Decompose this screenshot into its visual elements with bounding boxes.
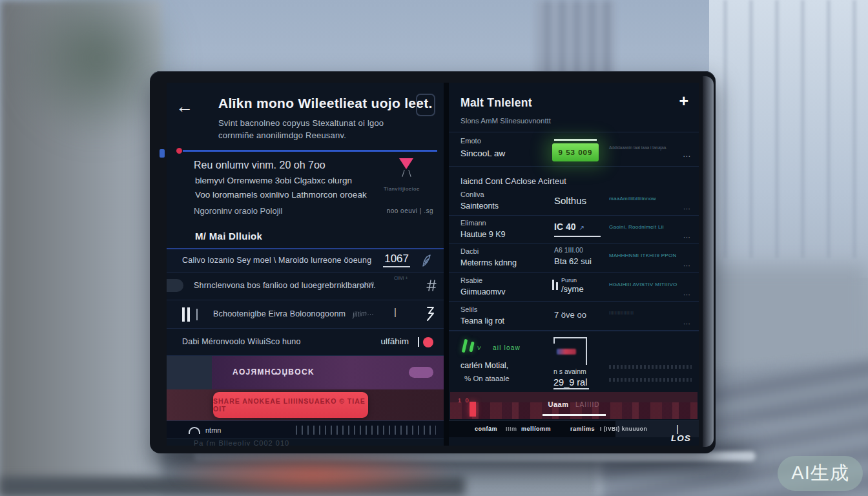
row-link[interactable]: maaAmiliibiliiinnow bbox=[609, 196, 690, 202]
divider-bar bbox=[418, 337, 419, 347]
panel-title: Malt Tnlelent bbox=[460, 96, 532, 110]
featured-note: Addidaaanin laai iaaa i lanajaa. bbox=[609, 145, 687, 150]
row-sublabel: Teana lig rot bbox=[460, 316, 504, 326]
list-item-text: Dabi Méronvoolo WiluiSco huno bbox=[182, 337, 301, 346]
more-options-icon[interactable]: ⋯ bbox=[683, 233, 691, 242]
bezel-blue-tag bbox=[160, 149, 165, 158]
table-row[interactable]: Dacbi Meterrns kdnng A6 1III.00 Bta 62 s… bbox=[449, 244, 699, 273]
list-item-small-note: CIIVI + bbox=[394, 276, 408, 280]
toolbar-item[interactable]: ramlims bbox=[570, 426, 595, 432]
headphones-icon bbox=[189, 427, 200, 434]
featured-row[interactable]: Emoto SincooL aw 9 53 009 Addidaaanin la… bbox=[449, 132, 699, 167]
more-options-icon[interactable]: ⋯ bbox=[683, 262, 691, 270]
more-options-icon[interactable]: ⋯ bbox=[683, 320, 691, 328]
row-link[interactable]: MAHHHNMI ITKHII9 PPON bbox=[609, 253, 690, 258]
panel-subtitle: Slons AmM Slinesuovnonttt bbox=[460, 117, 551, 125]
summary-footer-value: noo oeuvi | .sg bbox=[387, 207, 433, 214]
list-item[interactable]: Shrnclenvona bos fanlioo od luoegrebrnkl… bbox=[167, 273, 444, 300]
list-item[interactable]: Calivo lozanio Sey moel \ Maroido lurreo… bbox=[167, 249, 444, 273]
banner-text: Uaam LAIIIID bbox=[450, 398, 698, 409]
green-check-icon: v bbox=[477, 344, 481, 352]
row-label: Elimann bbox=[460, 219, 486, 227]
row-link[interactable]: Gaoini, Roodnimeit Lii bbox=[609, 224, 690, 230]
pink-marker-caption: Tlanvitijioeioe bbox=[384, 186, 420, 192]
stats-green-label: ail loaw bbox=[493, 344, 521, 351]
primary-action-label: SHARE ANOKEAE LIIIINSUAEKO © TIAE OIT bbox=[213, 397, 368, 413]
hash-icon[interactable] bbox=[426, 278, 437, 293]
bookmark-outline-icon[interactable] bbox=[416, 94, 435, 116]
table-row[interactable]: Selils Teana lig rot 7 öve oo IIIIIIIIII… bbox=[449, 302, 699, 331]
list-item[interactable]: Bchooteniglbe Eivra Boloonogoonm jiltim…… bbox=[167, 300, 444, 329]
green-signal-bar bbox=[462, 339, 468, 353]
stats-block[interactable]: v ail loaw carlén Motial, % On ataaale n… bbox=[449, 331, 699, 391]
pause-bar-icon bbox=[556, 282, 558, 290]
trend-arrow-icon: ↗ bbox=[579, 224, 584, 231]
table-row[interactable]: Rsabie Giimuaomvv Purun /syme HGAIHIII A… bbox=[449, 273, 699, 302]
row-value: Bta 62 sui bbox=[554, 256, 592, 266]
waveform-ticks[interactable] bbox=[296, 426, 436, 435]
stats-sublabel: % On ataaale bbox=[464, 375, 510, 382]
row-link: IIIIIIIIIIIIIIIII bbox=[609, 311, 690, 315]
selection-blob bbox=[167, 279, 183, 292]
back-arrow-icon[interactable]: ← bbox=[176, 97, 193, 117]
row-sublabel: Meterrns kdnng bbox=[460, 258, 517, 267]
more-options-icon[interactable]: ⋯ bbox=[683, 291, 691, 299]
toolbar-item[interactable]: mellíomm bbox=[521, 426, 551, 432]
list-item-text: Calivo lozanio Sey moel \ Maroido lurreo… bbox=[182, 256, 371, 265]
feather-icon[interactable] bbox=[420, 254, 432, 268]
text-cursor: | bbox=[676, 423, 679, 434]
summary-line-1: Reu onlumv vinm. 20 oh 7oo bbox=[194, 160, 326, 171]
stats-label: carlén Motial, bbox=[460, 361, 508, 370]
toolbar-item[interactable]: confām bbox=[475, 426, 497, 432]
toolbar-item[interactable]: IIIm bbox=[506, 426, 517, 432]
row-link[interactable]: HGAIHIII AVISTIV MITIIIVO bbox=[609, 282, 690, 287]
divider-pipe: | bbox=[394, 306, 397, 317]
add-icon[interactable]: + bbox=[679, 92, 688, 110]
table-row[interactable]: Elimann Hautue 9 K9 IC 40↗ Gaoini, Roodn… bbox=[449, 216, 699, 244]
record-dot-icon[interactable] bbox=[423, 337, 433, 347]
pause-bar-icon bbox=[196, 309, 198, 320]
list-section-title: Iaicnd Cont CAclose Acirteut bbox=[460, 177, 566, 186]
list-item[interactable]: Dabi Méronvoolo WiluiSco huno ulfāhim bbox=[167, 329, 444, 356]
panel-divider bbox=[444, 83, 449, 446]
background-building bbox=[535, 0, 615, 79]
detail-panel: ← Alīkn mono Wileetlieat uojo leet. Svin… bbox=[167, 83, 444, 446]
section-title: M/ Mai Dlluiok bbox=[195, 231, 262, 242]
row-value-top: A6 1III.00 bbox=[554, 246, 583, 254]
forward-arrow-icon[interactable] bbox=[424, 305, 436, 322]
row-label: Rsabie bbox=[460, 276, 482, 284]
list-item-count: 1067 bbox=[383, 253, 410, 267]
ai-watermark-label: AI生成 bbox=[791, 460, 849, 486]
placeholder-line bbox=[609, 365, 692, 369]
bottom-toolbar: confām IIIm mellíomm ramlims I (IVBI) kn… bbox=[449, 420, 699, 437]
alert-banner[interactable]: 1 0 Uaam LAIIIID bbox=[450, 392, 698, 419]
page-title: Alīkn mono Wileetlieat uojo leet. bbox=[218, 96, 433, 111]
progress-line bbox=[183, 150, 437, 152]
action-row: SHARE ANOKEAE LIIIINSUAEKO © TIAE OIT bbox=[167, 389, 444, 420]
list-item-value: ulfāhim bbox=[380, 336, 409, 346]
highlighted-row[interactable]: AOЈЯMHѠЏBOCK bbox=[167, 356, 444, 389]
featured-label: Emoto bbox=[460, 137, 481, 145]
primary-action-button[interactable]: SHARE ANOKEAE LIIIINSUAEKO © TIAE OIT bbox=[213, 392, 368, 418]
background-window-mullions bbox=[723, 0, 868, 258]
badge-topline bbox=[554, 139, 597, 141]
green-status-badge: 9 53 009 bbox=[552, 143, 599, 161]
value-underline bbox=[554, 236, 601, 237]
row-label: Selils bbox=[460, 305, 477, 313]
table-row[interactable]: Conliva Sainteonts Solthus maaAmiliibili… bbox=[449, 187, 699, 216]
toggle-pill[interactable] bbox=[409, 367, 433, 378]
more-options-icon[interactable]: ⋯ bbox=[683, 205, 691, 213]
toolbar-item[interactable]: I (IVBI) knuuuon bbox=[600, 426, 647, 432]
more-options-icon[interactable]: ⋯ bbox=[683, 152, 691, 161]
green-badge-value: 9 53 009 bbox=[559, 149, 593, 156]
row-label: Dacbi bbox=[460, 247, 479, 255]
player-bar[interactable]: ntmn bbox=[167, 420, 444, 439]
placeholder-line bbox=[609, 378, 692, 382]
list-item-text: Shrnclenvona bos fanlioo od luoegrebrnkl… bbox=[194, 281, 376, 290]
row-value-top: Purun bbox=[561, 277, 577, 284]
pause-bar-icon bbox=[187, 307, 190, 322]
banner-text-main: Uaam bbox=[548, 400, 569, 408]
row-value: /syme bbox=[561, 284, 584, 294]
summary-line-2: blemyvl Orrenweme 3obi Clgabxc olurgn bbox=[195, 176, 352, 185]
laptop-right-edge bbox=[703, 76, 714, 447]
